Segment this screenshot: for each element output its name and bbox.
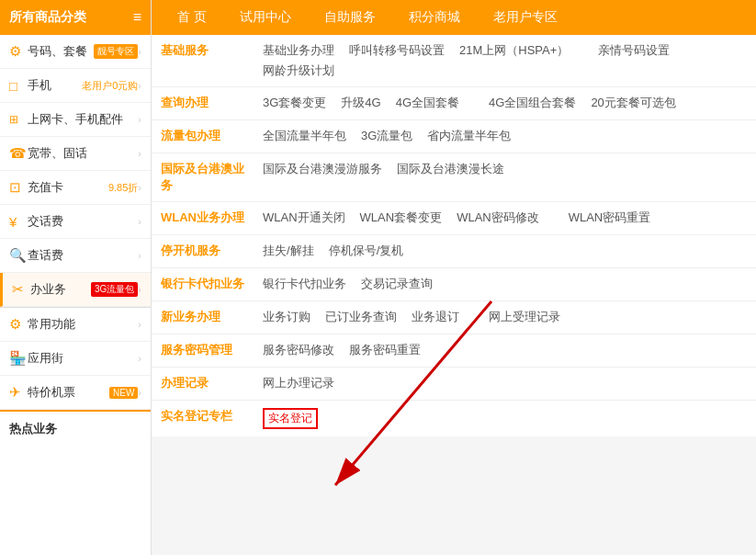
nav-trial[interactable]: 试用中心 — [223, 0, 308, 35]
chevron-right-icon: › — [138, 387, 141, 398]
sidebar-item-phone[interactable]: □ 手机 老用户0元购 › — [0, 69, 151, 103]
sidebar-item-recharge[interactable]: ⊡ 充值卡 9.85折 › — [0, 171, 151, 205]
store-icon: 🏪 — [9, 350, 28, 367]
sidebar-item-common-func[interactable]: ⚙ 常用功能 › — [0, 308, 151, 342]
sidebar-item-label: 宽带、固话 — [28, 145, 138, 162]
link-family-number[interactable]: 亲情号码设置 — [598, 42, 670, 59]
link-service-cancel[interactable]: 业务退订 — [412, 309, 459, 325]
sidebar: 所有商品分类 ≡ ⚙ 号码、套餐 靓号专区 › □ 手机 老用户0元购 › ⊞ … — [0, 0, 152, 555]
links-query: 3G套餐变更 升级4G 4G全国套餐 4G全国组合套餐 20元套餐可选包 — [257, 87, 756, 119]
sidebar-item-check-calls[interactable]: 🔍 查话费 › — [0, 239, 151, 273]
category-bank: 银行卡代扣业务 — [152, 268, 257, 300]
links-realname: 实名登记 — [257, 401, 756, 436]
link-4g-all[interactable]: 4G全国套餐 — [396, 95, 459, 111]
link-wlan-pwd-change[interactable]: WLAN密码修改 — [457, 210, 539, 226]
link-intl-longdist[interactable]: 国际及台港澳漫长途 — [397, 161, 504, 177]
link-3g-data[interactable]: 3G流量包 — [361, 128, 412, 144]
links-handle-record: 网上办理记录 — [257, 368, 756, 399]
link-national-half-year[interactable]: 全国流量半年包 — [263, 128, 346, 144]
sidebar-item-pay-calls[interactable]: ¥ 交话费 › — [0, 205, 151, 239]
yen-icon: ¥ — [9, 214, 28, 230]
search-icon: 🔍 — [9, 247, 28, 264]
sidebar-item-label: 办业务 — [30, 281, 88, 298]
phone-icon: □ — [9, 78, 28, 94]
sidebar-item-flights[interactable]: ✈ 特价机票 NEW › — [0, 376, 151, 410]
links-new-service: 业务订购 已订业务查询 业务退订 网上受理记录 — [257, 301, 756, 333]
chevron-right-icon: › — [138, 148, 141, 159]
sidebar-item-label: 号码、套餐 — [28, 43, 91, 60]
content-area: 基础服务 基础业务办理 呼叫转移号码设置 21M上网（HSPA+） 亲情号码设置… — [152, 35, 756, 436]
link-basic-service[interactable]: 基础业务办理 — [263, 42, 334, 59]
sidebar-item-datacard[interactable]: ⊞ 上网卡、手机配件 › — [0, 103, 151, 137]
category-intl: 国际及台港澳业务 — [152, 153, 257, 201]
link-wlan-pwd-reset[interactable]: WLAN密码重置 — [569, 210, 651, 226]
main-area: 首 页 试用中心 自助服务 积分商城 老用户专区 基础服务 基础业务办理 呼叫转… — [152, 0, 756, 555]
link-order-service[interactable]: 业务订购 — [263, 309, 310, 325]
category-query: 查询办理 — [152, 87, 257, 119]
link-transaction-history[interactable]: 交易记录查询 — [361, 276, 433, 292]
link-realname-highlight[interactable]: 实名登记 — [263, 408, 318, 429]
link-intl-roaming[interactable]: 国际及台港澳漫游服务 — [263, 161, 382, 177]
menu-row-wlan: WLAN业务办理 WLAN开通关闭 WLAN套餐变更 WLAN密码修改 WLAN… — [152, 202, 756, 235]
link-upgrade-4g[interactable]: 升级4G — [341, 95, 380, 111]
nav-points[interactable]: 积分商城 — [392, 0, 477, 35]
link-net-upgrade[interactable]: 网龄升级计划 — [263, 62, 334, 79]
menu-row-query: 查询办理 3G套餐变更 升级4G 4G全国套餐 4G全国组合套餐 20元套餐可选… — [152, 87, 756, 120]
nav-old-user[interactable]: 老用户专区 — [477, 0, 574, 35]
menu-row-realname: 实名登记专栏 实名登记 — [152, 401, 756, 436]
menu-row-password: 服务密码管理 服务密码修改 服务密码重置 — [152, 334, 756, 368]
common-func-icon: ⚙ — [9, 316, 28, 333]
link-bank-deduct[interactable]: 银行卡代扣业务 — [263, 276, 346, 292]
recharge-icon: ⊡ — [9, 179, 28, 196]
menu-row-new-service: 新业务办理 业务订购 已订业务查询 业务退订 网上受理记录 — [152, 301, 756, 334]
menu-row-intl: 国际及台港澳业务 国际及台港澳漫游服务 国际及台港澳漫长途 — [152, 153, 756, 202]
scissors-icon: ✂ — [12, 281, 30, 298]
link-suspend-restore[interactable]: 停机保号/复机 — [329, 243, 404, 259]
link-lost-unlock[interactable]: 挂失/解挂 — [263, 243, 314, 259]
link-call-forward[interactable]: 呼叫转移号码设置 — [349, 42, 445, 59]
links-password: 服务密码修改 服务密码重置 — [257, 334, 756, 366]
sidebar-item-label: 常用功能 — [28, 316, 138, 333]
hot-section: 热点业务 — [0, 410, 151, 442]
sidebar-item-broadband[interactable]: ☎ 宽带、固话 › — [0, 137, 151, 171]
nav-home[interactable]: 首 页 — [161, 0, 223, 35]
links-bank: 银行卡代扣业务 交易记录查询 — [257, 268, 756, 300]
link-online-record[interactable]: 网上受理记录 — [489, 309, 560, 325]
sidebar-item-label: 应用街 — [28, 350, 138, 367]
link-wlan-plan-change[interactable]: WLAN套餐变更 — [360, 210, 443, 226]
links-wlan: WLAN开通关闭 WLAN套餐变更 WLAN密码修改 WLAN密码重置 — [257, 202, 756, 233]
link-pwd-modify[interactable]: 服务密码修改 — [263, 342, 334, 358]
sidebar-item-label: 手机 — [28, 77, 82, 94]
category-data: 流量包办理 — [152, 120, 257, 152]
plane-icon: ✈ — [9, 384, 28, 401]
sidebar-item-business[interactable]: ✂ 办业务 3G流量包 › — [0, 273, 151, 307]
link-online-handle-record[interactable]: 网上办理记录 — [263, 375, 334, 391]
menu-row-handle-record: 办理记录 网上办理记录 — [152, 368, 756, 401]
link-pwd-reset[interactable]: 服务密码重置 — [349, 342, 421, 358]
links-data: 全国流量半年包 3G流量包 省内流量半年包 — [257, 120, 756, 152]
link-province-half-year[interactable]: 省内流量半年包 — [427, 128, 511, 144]
nav-self-service[interactable]: 自助服务 — [308, 0, 392, 35]
category-realname: 实名登记专栏 — [152, 401, 257, 432]
link-20-plan[interactable]: 20元套餐可选包 — [591, 95, 675, 111]
sidebar-item-appstore[interactable]: 🏪 应用街 › — [0, 342, 151, 376]
link-21m[interactable]: 21M上网（HSPA+） — [459, 42, 569, 59]
link-wlan-toggle[interactable]: WLAN开通关闭 — [263, 210, 345, 226]
chevron-right-icon: › — [138, 46, 141, 57]
chevron-right-icon: › — [138, 80, 141, 91]
category-suspend: 停开机服务 — [152, 235, 257, 266]
category-handle-record: 办理记录 — [152, 368, 257, 399]
link-4g-combo[interactable]: 4G全国组合套餐 — [489, 95, 576, 111]
category-password: 服务密码管理 — [152, 334, 257, 366]
chevron-right-icon: › — [138, 319, 141, 330]
category-basic: 基础服务 — [152, 35, 257, 66]
sidebar-item-number-plan[interactable]: ⚙ 号码、套餐 靓号专区 › — [0, 35, 151, 69]
link-3g-plan[interactable]: 3G套餐变更 — [263, 95, 326, 111]
sidebar-badge-number: 靓号专区 — [94, 44, 138, 59]
sidebar-item-label: 交话费 — [28, 213, 138, 230]
links-basic: 基础业务办理 呼叫转移号码设置 21M上网（HSPA+） 亲情号码设置 网龄升级… — [257, 35, 756, 86]
chevron-right-icon: › — [138, 182, 141, 193]
links-intl: 国际及台港澳漫游服务 国际及台港澳漫长途 — [257, 153, 756, 185]
sidebar-item-label: 充值卡 — [28, 179, 108, 196]
link-ordered-query[interactable]: 已订业务查询 — [325, 309, 397, 325]
